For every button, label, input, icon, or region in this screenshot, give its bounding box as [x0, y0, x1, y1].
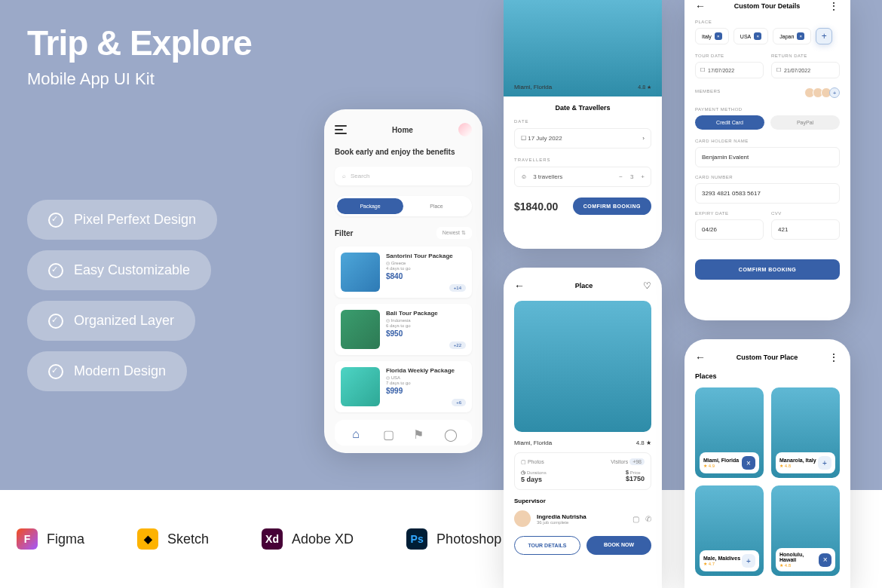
return-date-input[interactable]: ☐ 21/07/2022: [771, 62, 840, 78]
add-member-button[interactable]: +: [829, 87, 840, 98]
price: $1840.00: [514, 201, 558, 213]
check-icon: [48, 364, 63, 379]
pill: Easy Customizable: [27, 250, 211, 290]
hero: Trip & Explore Mobile App UI Kit: [27, 23, 252, 89]
sketch-icon: ◆: [137, 528, 158, 550]
member-avatars: +: [807, 87, 840, 98]
search-icon: ⌕: [342, 173, 346, 179]
call-icon[interactable]: ✆: [645, 515, 651, 523]
card-location: ◎ Indonesia: [386, 317, 466, 323]
screen-date-travellers: Miami, Florida 4.8 ★ Date & Travellers D…: [504, 0, 662, 249]
members-label: MEMBERS: [695, 89, 721, 93]
rating: 4.8 ★: [636, 439, 651, 446]
expiry-label: EXPIRY DATE: [695, 211, 764, 216]
remove-icon[interactable]: ×: [754, 32, 761, 40]
profile-icon[interactable]: ◯: [444, 427, 455, 438]
remove-place-button[interactable]: ×: [819, 553, 831, 567]
page-title: Home: [392, 126, 413, 134]
card-price: $950: [386, 329, 466, 338]
card-number-input[interactable]: 3293 4821 0583 5617: [695, 183, 840, 204]
place-card[interactable]: Miami, Florida★ 4.9×: [695, 387, 764, 478]
remove-icon[interactable]: ×: [715, 32, 722, 40]
avatar[interactable]: [458, 123, 472, 136]
menu-icon[interactable]: [335, 125, 347, 134]
add-place-button[interactable]: +: [742, 554, 755, 568]
cvv-input[interactable]: 421: [771, 219, 840, 240]
travellers-label: TRAVELLERS: [514, 158, 651, 162]
price-icon: $: [626, 470, 629, 475]
minus-button[interactable]: −: [619, 173, 623, 180]
more-icon[interactable]: ⋮: [828, 351, 840, 363]
visitors-badge: +22: [449, 341, 466, 349]
ps-icon: Ps: [406, 528, 427, 550]
back-icon[interactable]: ←: [695, 351, 706, 363]
tool-figma: FFigma: [17, 528, 84, 550]
tool-sketch: ◆Sketch: [137, 528, 209, 550]
confirm-booking-button[interactable]: COMFIRM BOOKING: [573, 198, 651, 215]
home-icon[interactable]: ⌂: [352, 427, 363, 438]
card-image: [341, 253, 380, 292]
cardholder-label: CARD HOLDER NAME: [695, 139, 840, 143]
card-title: Bali Tour Package: [386, 310, 466, 317]
rating: 4.8 ★: [638, 84, 651, 90]
page-title: Custom Tour Details: [734, 2, 800, 10]
bookmark-icon[interactable]: ⚑: [413, 427, 424, 438]
person-icon: ☺: [521, 173, 527, 180]
tab-package[interactable]: Package: [337, 198, 403, 214]
tab-credit-card[interactable]: Credit Card: [695, 115, 764, 130]
card-days: 6 days to go: [386, 323, 466, 328]
card-location: ◎ Greece: [386, 260, 466, 265]
figma-icon: F: [17, 528, 38, 550]
package-card[interactable]: Santorini Tour Package ◎ Greece 4 days t…: [335, 247, 472, 298]
place-card[interactable]: Manarola, Italy★ 4.8+: [771, 387, 840, 478]
tour-date-input[interactable]: ☐ 17/07/2022: [695, 62, 764, 78]
chat-icon[interactable]: ▢: [383, 427, 394, 438]
pill: Organized Layer: [27, 301, 195, 341]
card-days: 4 days to go: [386, 266, 466, 271]
payment-label: PAYMENT METHOD: [695, 107, 840, 112]
check-icon: [48, 213, 63, 228]
add-place-button[interactable]: +: [818, 456, 831, 470]
filter-label: Filter: [335, 229, 353, 237]
pill-label: Easy Customizable: [74, 262, 190, 278]
search-input[interactable]: ⌕Search: [335, 167, 472, 185]
chat-icon[interactable]: ▢: [632, 515, 639, 523]
place-card[interactable]: Honolulu, Hawaii★ 4.8×: [771, 485, 840, 576]
remove-icon[interactable]: ×: [797, 32, 804, 40]
confirm-booking-button[interactable]: COMFIRM BOOKING: [695, 259, 840, 280]
clock-icon: ◷: [521, 470, 525, 475]
cardholder-input[interactable]: Benjamin Evalent: [695, 147, 840, 167]
package-card[interactable]: Bali Tour Package ◎ Indonesia 6 days to …: [335, 304, 472, 355]
tab-place[interactable]: Place: [403, 198, 470, 214]
sort-button[interactable]: Newest ⇅: [436, 227, 472, 239]
more-icon[interactable]: ⋮: [828, 0, 840, 12]
back-icon[interactable]: ←: [514, 280, 525, 292]
book-now-button[interactable]: BOOK NOW: [586, 536, 651, 555]
pill-label: Organized Layer: [74, 313, 174, 329]
back-icon[interactable]: ←: [695, 0, 706, 12]
supervisor-label: Supervisor: [514, 498, 651, 504]
hero-title: Trip & Explore: [27, 23, 252, 63]
place-chip: Italy×: [695, 28, 729, 44]
expiry-input[interactable]: 04/26: [695, 219, 764, 240]
return-date-label: RETURN DATE: [771, 54, 840, 58]
location-label: Miami, Florida: [514, 84, 552, 90]
tab-paypal[interactable]: PayPal: [770, 115, 840, 130]
card-title: Florida Weekly Package: [386, 367, 466, 374]
add-place-button[interactable]: +: [816, 28, 832, 44]
date-input[interactable]: ☐ 17 July 2022›: [514, 128, 651, 149]
plus-button[interactable]: +: [641, 173, 645, 180]
remove-place-button[interactable]: ×: [742, 456, 755, 470]
place-label: PLACE: [695, 20, 840, 24]
package-card[interactable]: Florida Weekly Package ◎ USA 7 days to g…: [335, 361, 472, 412]
pill-label: Modern Design: [74, 363, 166, 379]
heart-icon[interactable]: ♡: [643, 280, 651, 291]
photos-label: Photos: [528, 459, 544, 464]
card-days: 7 days to go: [386, 381, 466, 385]
screen-home: Home Book early and enjoy the benefits ⌕…: [324, 109, 482, 453]
page-title: Custom Tour Place: [737, 354, 798, 361]
location: Miami, Florida: [514, 439, 552, 446]
tool-xd: XdAdobe XD: [262, 528, 354, 550]
place-card[interactable]: Male, Maldives★ 4.7+: [695, 485, 764, 576]
tour-details-button[interactable]: TOUR DETAILS: [514, 536, 580, 555]
